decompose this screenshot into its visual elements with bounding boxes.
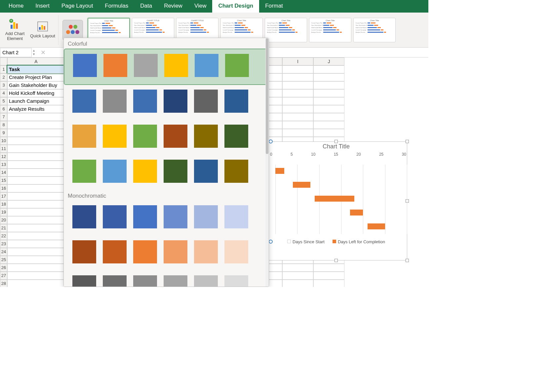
- cell[interactable]: [313, 121, 344, 129]
- color-scheme-option[interactable]: [64, 236, 269, 271]
- row-header[interactable]: 25: [0, 256, 7, 264]
- cell[interactable]: Gain Stakeholder Buy: [7, 81, 65, 89]
- cell[interactable]: [282, 113, 313, 121]
- cell[interactable]: [313, 105, 344, 113]
- row-header[interactable]: 16: [0, 184, 7, 192]
- cell[interactable]: [7, 216, 65, 224]
- cell[interactable]: [313, 272, 344, 280]
- tab-chart-design[interactable]: Chart Design: [212, 0, 259, 13]
- row-header[interactable]: 28: [0, 280, 7, 287]
- column-header[interactable]: J: [313, 58, 344, 65]
- cell[interactable]: [7, 137, 65, 145]
- tab-review[interactable]: Review: [158, 0, 188, 13]
- select-all-corner[interactable]: [0, 58, 7, 65]
- chart-style-option[interactable]: Chart TitleCreate Project PlanGain Stake…: [353, 18, 396, 42]
- cell[interactable]: [313, 65, 344, 73]
- cell[interactable]: Launch Campaign: [7, 97, 65, 105]
- row-header[interactable]: 2: [0, 73, 7, 81]
- cell[interactable]: [282, 81, 313, 89]
- cell[interactable]: Task: [7, 65, 65, 73]
- cell[interactable]: [313, 81, 344, 89]
- cell[interactable]: [7, 153, 65, 161]
- row-header[interactable]: 10: [0, 137, 7, 145]
- chart-bar[interactable]: [315, 196, 354, 202]
- cell[interactable]: [282, 272, 313, 280]
- row-header[interactable]: 23: [0, 240, 7, 248]
- cell[interactable]: [7, 280, 65, 287]
- chart-plot-area[interactable]: [271, 158, 402, 234]
- color-scheme-option[interactable]: [64, 49, 269, 85]
- color-scheme-option[interactable]: [64, 155, 269, 190]
- cell[interactable]: [313, 129, 344, 137]
- color-scheme-option[interactable]: [64, 271, 269, 287]
- cell[interactable]: [7, 200, 65, 208]
- tab-insert[interactable]: Insert: [29, 0, 56, 13]
- row-header[interactable]: 19: [0, 208, 7, 216]
- row-header[interactable]: 20: [0, 216, 7, 224]
- color-scheme-option[interactable]: [64, 85, 269, 120]
- chart-bar[interactable]: [293, 182, 310, 188]
- chart-style-option[interactable]: Chart TitleCreate Project PlanGain Stake…: [309, 18, 351, 42]
- cell[interactable]: [7, 240, 65, 248]
- chart-bar[interactable]: [368, 223, 385, 229]
- row-header[interactable]: 12: [0, 153, 7, 161]
- add-chart-element-button[interactable]: + Add Chart Element: [1, 14, 28, 47]
- cell[interactable]: [282, 73, 313, 81]
- cell[interactable]: [282, 264, 313, 272]
- tab-view[interactable]: View: [188, 0, 213, 13]
- cell[interactable]: [313, 264, 344, 272]
- cell[interactable]: [7, 224, 65, 232]
- chart-title[interactable]: Chart Title: [265, 142, 407, 152]
- resize-handle[interactable]: [334, 140, 338, 143]
- cell[interactable]: [7, 113, 65, 121]
- cell[interactable]: [7, 145, 65, 153]
- row-header[interactable]: 17: [0, 192, 7, 200]
- cell[interactable]: [7, 161, 65, 169]
- cell[interactable]: [313, 113, 344, 121]
- row-header[interactable]: 26: [0, 264, 7, 272]
- column-header[interactable]: A: [7, 58, 65, 65]
- row-header[interactable]: 21: [0, 224, 7, 232]
- row-header[interactable]: 5: [0, 97, 7, 105]
- color-scheme-option[interactable]: [64, 120, 269, 155]
- row-header[interactable]: 24: [0, 248, 7, 256]
- row-header[interactable]: 8: [0, 121, 7, 129]
- cell[interactable]: [7, 121, 65, 129]
- name-box[interactable]: Chart 2: [0, 48, 32, 57]
- name-box-spinner[interactable]: ▲▼: [32, 49, 35, 56]
- resize-handle[interactable]: [406, 259, 409, 262]
- row-header[interactable]: 18: [0, 200, 7, 208]
- change-colors-button[interactable]: [62, 20, 83, 40]
- popup-scrollbar[interactable]: [265, 38, 269, 287]
- cell[interactable]: [282, 97, 313, 105]
- row-header[interactable]: 27: [0, 272, 7, 280]
- tab-format[interactable]: Format: [259, 0, 289, 13]
- column-header[interactable]: I: [282, 58, 313, 65]
- tab-home[interactable]: Home: [3, 0, 29, 13]
- cell[interactable]: [7, 129, 65, 137]
- row-header[interactable]: 11: [0, 145, 7, 153]
- embedded-chart[interactable]: Chart Title 051015202530 Days Since Star…: [265, 141, 407, 260]
- cell[interactable]: [313, 97, 344, 105]
- row-header[interactable]: 3: [0, 81, 7, 89]
- cell[interactable]: [7, 176, 65, 184]
- quick-layout-button[interactable]: Quick Layout: [29, 14, 56, 47]
- cell[interactable]: [282, 129, 313, 137]
- cell[interactable]: Create Project Plan: [7, 73, 65, 81]
- chart-bar[interactable]: [350, 210, 363, 216]
- tab-data[interactable]: Data: [134, 0, 158, 13]
- cell[interactable]: [7, 256, 65, 264]
- resize-handle[interactable]: [406, 199, 409, 203]
- plot-area-handle[interactable]: [269, 240, 273, 244]
- cell[interactable]: [282, 89, 313, 97]
- cell[interactable]: [7, 184, 65, 192]
- row-header[interactable]: 6: [0, 105, 7, 113]
- cell[interactable]: [282, 105, 313, 113]
- plot-area-handle[interactable]: [269, 139, 273, 143]
- tab-page-layout[interactable]: Page Layout: [56, 0, 99, 13]
- cell[interactable]: Analyze Results: [7, 105, 65, 113]
- row-header[interactable]: 7: [0, 113, 7, 121]
- row-header[interactable]: 4: [0, 89, 7, 97]
- cell[interactable]: [7, 192, 65, 200]
- cell[interactable]: [313, 89, 344, 97]
